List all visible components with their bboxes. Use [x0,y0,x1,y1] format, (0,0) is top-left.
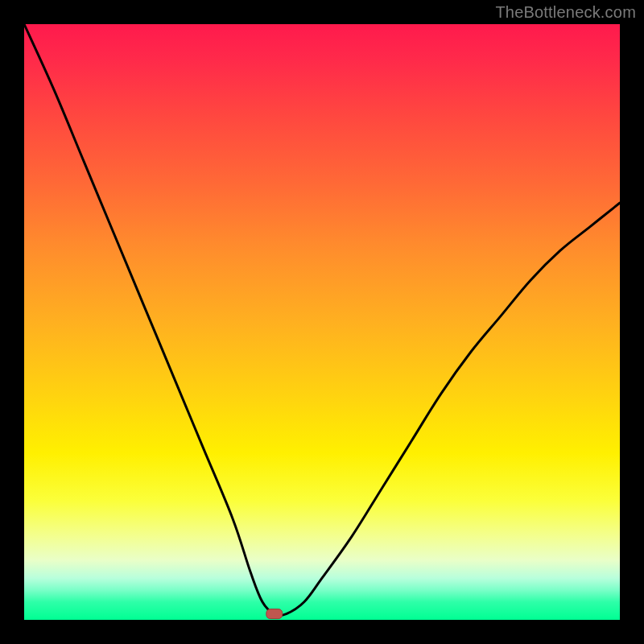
plot-area [24,24,620,620]
watermark-text: TheBottleneck.com [495,3,636,22]
curve-layer [24,24,620,620]
chart-stage: TheBottleneck.com [0,0,644,644]
minimum-marker [266,609,283,619]
bottleneck-curve [24,24,620,616]
